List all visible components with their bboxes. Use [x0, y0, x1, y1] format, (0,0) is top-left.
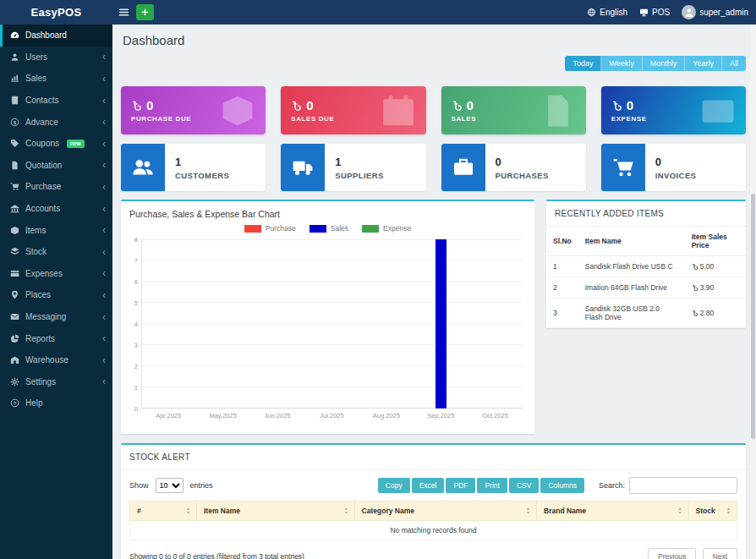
- scrollbar-thumb[interactable]: [751, 194, 755, 439]
- pie-icon: [10, 334, 19, 343]
- topbar-right: English POS super_admin: [587, 5, 756, 19]
- y-tick-label: 1: [134, 384, 138, 392]
- summary-icon-box: [121, 144, 165, 191]
- sidebar-item-label: Stock: [25, 247, 47, 256]
- stock-col-brand-name[interactable]: ▴▾Brand Name: [537, 501, 689, 521]
- legend-purchase[interactable]: Purchase: [244, 224, 296, 233]
- summary-icon-box: [441, 144, 485, 191]
- export-copy-button[interactable]: Copy: [378, 478, 410, 493]
- legend-sales[interactable]: Sales: [310, 224, 348, 233]
- sidebar-item-quotation[interactable]: Quotation‹: [0, 155, 112, 177]
- building-icon: [10, 355, 19, 364]
- x-tick-label: Oct,2025: [468, 412, 523, 419]
- sidebar-item-advance[interactable]: $Advance‹: [0, 111, 112, 133]
- price-amount: 2.80: [700, 309, 715, 317]
- sidebar-item-dashboard[interactable]: Dashboard: [0, 25, 112, 47]
- entries-label: entries: [190, 481, 213, 490]
- export-pdf-button[interactable]: PDF: [446, 478, 475, 493]
- stat-label: PURCHASE DUE: [131, 115, 191, 123]
- chevron-left-icon: ‹: [102, 355, 106, 365]
- page-size-select[interactable]: 10: [156, 478, 184, 493]
- export-print-button[interactable]: Print: [477, 478, 507, 493]
- export-excel-button[interactable]: Excel: [412, 478, 445, 493]
- chevron-left-icon: ‹: [102, 333, 106, 343]
- quick-add-button[interactable]: [136, 4, 154, 20]
- summary-value: 1: [175, 156, 229, 168]
- stock-col-category-name[interactable]: ▴▾Category Name: [354, 501, 536, 521]
- y-tick-label: 4: [134, 321, 138, 328]
- sidebar-item-places[interactable]: Places‹: [0, 284, 112, 306]
- legend-label: Expense: [383, 224, 411, 233]
- sidebar-item-settings[interactable]: Settings‹: [0, 371, 112, 393]
- chevron-left-icon: ‹: [102, 247, 106, 257]
- sidebar-item-expenses[interactable]: Expenses‹: [0, 263, 112, 285]
- sidebar-item-accounts[interactable]: Accounts‹: [0, 198, 112, 220]
- charts-row: Purchase, Sales & Expense Bar Chart Purc…: [121, 200, 746, 434]
- legend-expense[interactable]: Expense: [362, 224, 411, 233]
- next-page-button[interactable]: Next: [703, 548, 737, 559]
- stat-card-row: 0PURCHASE DUE0SALES DUE0SALES0EXPENSE: [121, 86, 746, 134]
- stock-alert-card: STOCK ALERT Show 10 entries CopyExcelPDF…: [121, 443, 746, 559]
- search-input[interactable]: [629, 477, 737, 494]
- sidebar-item-items[interactable]: Items‹: [0, 219, 112, 241]
- filter-all-button[interactable]: All: [722, 56, 746, 71]
- chevron-left-icon: ‹: [102, 290, 106, 300]
- scrollbar[interactable]: [750, 25, 756, 559]
- file-icon: [10, 161, 19, 170]
- export-csv-button[interactable]: CSV: [509, 478, 539, 493]
- filter-weekly-button[interactable]: Weekly: [601, 56, 642, 71]
- sidebar-item-sales[interactable]: Sales‹: [0, 68, 112, 90]
- filter-monthly-button[interactable]: Monthly: [643, 56, 686, 71]
- stock-col-#[interactable]: ▴▾#: [130, 501, 197, 521]
- stat-value: 0: [627, 98, 633, 112]
- sidebar-item-stock[interactable]: Stock‹: [0, 241, 112, 263]
- sidebar-item-messaging[interactable]: Messaging‹: [0, 306, 112, 328]
- recent-items-table: Sl.NoItem NameItem Sales Price 1Sandisk …: [546, 227, 746, 328]
- language-menu[interactable]: English: [587, 8, 627, 17]
- previous-page-button[interactable]: Previous: [648, 548, 696, 559]
- filter-today-button[interactable]: Today: [565, 56, 601, 71]
- legend-swatch: [362, 225, 379, 233]
- sidebar-item-warehouse[interactable]: Warehouse‹: [0, 349, 112, 371]
- recent-item-name: Imation 64GB Flash Drive: [578, 277, 685, 299]
- summary-card-purchases: 0PURCHASES: [441, 144, 586, 191]
- question-icon: ?: [10, 398, 19, 408]
- summary-label: SUPPLIERS: [335, 171, 383, 180]
- chevron-left-icon: ‹: [102, 52, 106, 62]
- sidebar-item-users[interactable]: Users‹: [0, 47, 112, 69]
- summary-label: INVOICES: [655, 171, 697, 180]
- bar-sales: [436, 239, 446, 408]
- gridline: [142, 239, 523, 240]
- export-columns-button[interactable]: Columns: [540, 478, 584, 493]
- chevron-left-icon: ‹: [102, 96, 106, 106]
- pos-link[interactable]: POS: [639, 8, 670, 17]
- truck-icon: [292, 156, 314, 178]
- sidebar-item-coupons[interactable]: Couponsnew‹: [0, 133, 112, 155]
- gridline: [142, 260, 523, 260]
- summary-value: 1: [335, 156, 383, 168]
- chevron-left-icon: ‹: [102, 139, 106, 149]
- user-menu[interactable]: super_admin: [682, 5, 748, 19]
- sidebar-item-label: Quotation: [25, 161, 62, 170]
- sidebar-toggle-button[interactable]: [118, 7, 129, 18]
- sidebar-item-label: Expenses: [25, 269, 63, 278]
- sidebar-item-reports[interactable]: Reports‹: [0, 327, 112, 349]
- sidebar-item-label: Contacts: [25, 96, 58, 105]
- new-badge: new: [67, 140, 85, 148]
- calendar-icon: [381, 93, 416, 129]
- plot: [141, 239, 523, 408]
- globe-icon: [587, 8, 596, 17]
- stock-col-stock[interactable]: ▴▾Stock: [688, 501, 737, 521]
- bank-icon: [10, 204, 19, 213]
- app-logo[interactable]: EasyPOS: [0, 6, 112, 19]
- sidebar-item-purchase[interactable]: Purchase‹: [0, 176, 112, 198]
- sidebar-item-label: Settings: [25, 377, 56, 386]
- filter-yearly-button[interactable]: Yearly: [685, 56, 722, 71]
- x-tick-label: Jul,2025: [304, 412, 359, 419]
- stock-col-item-name[interactable]: ▴▾Item Name: [196, 501, 354, 521]
- sidebar-item-help[interactable]: ?Help: [0, 392, 112, 414]
- summary-label: CUSTOMERS: [175, 171, 229, 180]
- taka-icon: [692, 284, 698, 291]
- sidebar-item-contacts[interactable]: Contacts‹: [0, 90, 112, 112]
- x-tick-label: Aug,2025: [359, 412, 414, 419]
